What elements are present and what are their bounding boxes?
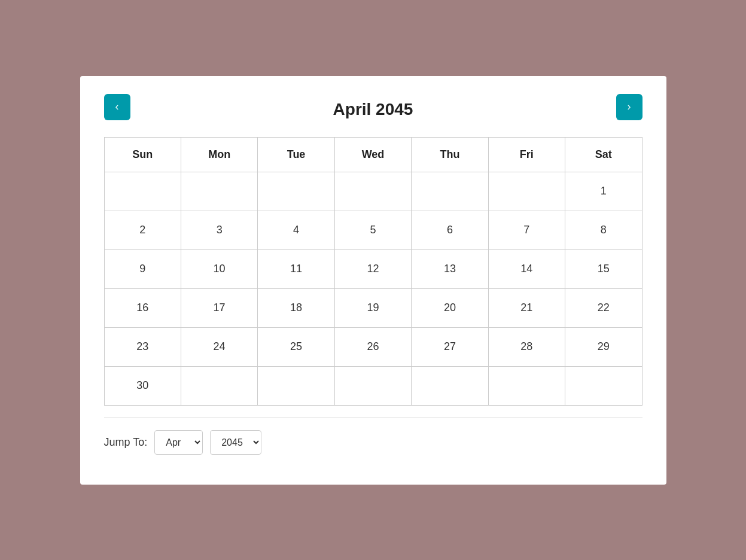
calendar-day-19[interactable]: 19 bbox=[334, 288, 411, 327]
calendar-day-17[interactable]: 17 bbox=[181, 288, 257, 327]
calendar-day-8[interactable]: 8 bbox=[565, 211, 642, 249]
calendar-header: April 2045 bbox=[104, 100, 643, 119]
calendar-week-row: 9101112131415 bbox=[104, 249, 642, 288]
calendar-day-26[interactable]: 26 bbox=[334, 327, 411, 366]
next-month-button[interactable]: › bbox=[616, 94, 643, 120]
calendar-week-row: 30 bbox=[104, 366, 642, 405]
month-select[interactable]: JanFebMarAprMayJunJulAugSepOctNovDec bbox=[154, 430, 203, 455]
calendar-day-2[interactable]: 2 bbox=[104, 211, 181, 249]
weekday-header-thu: Thu bbox=[412, 137, 488, 172]
calendar-day-24[interactable]: 24 bbox=[181, 327, 257, 366]
calendar-day-empty bbox=[488, 172, 565, 211]
calendar-day-11[interactable]: 11 bbox=[258, 249, 334, 288]
calendar-day-empty bbox=[181, 366, 257, 405]
calendar-title: April 2045 bbox=[333, 100, 413, 118]
weekday-header-mon: Mon bbox=[181, 137, 257, 172]
calendar-day-15[interactable]: 15 bbox=[565, 249, 642, 288]
calendar-day-18[interactable]: 18 bbox=[258, 288, 334, 327]
calendar-day-empty bbox=[334, 172, 411, 211]
calendar-container: ‹ › April 2045 SunMonTueWedThuFriSat 123… bbox=[80, 76, 666, 485]
calendar-day-5[interactable]: 5 bbox=[334, 211, 411, 249]
calendar-day-9[interactable]: 9 bbox=[104, 249, 181, 288]
calendar-day-1[interactable]: 1 bbox=[565, 172, 642, 211]
calendar-day-empty bbox=[412, 172, 488, 211]
weekday-header-sun: Sun bbox=[104, 137, 181, 172]
calendar-day-23[interactable]: 23 bbox=[104, 327, 181, 366]
calendar-week-row: 1 bbox=[104, 172, 642, 211]
calendar-day-10[interactable]: 10 bbox=[181, 249, 257, 288]
calendar-day-25[interactable]: 25 bbox=[258, 327, 334, 366]
calendar-table: SunMonTueWedThuFriSat 123456789101112131… bbox=[104, 137, 643, 406]
calendar-day-22[interactable]: 22 bbox=[565, 288, 642, 327]
jump-to-section: Jump To: JanFebMarAprMayJunJulAugSepOctN… bbox=[104, 430, 643, 455]
calendar-day-empty bbox=[412, 366, 488, 405]
calendar-day-empty bbox=[104, 172, 181, 211]
weekday-header-tue: Tue bbox=[258, 137, 334, 172]
jump-to-label: Jump To: bbox=[104, 436, 148, 449]
calendar-week-row: 23242526272829 bbox=[104, 327, 642, 366]
calendar-day-21[interactable]: 21 bbox=[488, 288, 565, 327]
calendar-day-4[interactable]: 4 bbox=[258, 211, 334, 249]
calendar-day-6[interactable]: 6 bbox=[412, 211, 488, 249]
calendar-day-empty bbox=[334, 366, 411, 405]
calendar-day-12[interactable]: 12 bbox=[334, 249, 411, 288]
divider bbox=[104, 418, 643, 418]
prev-month-button[interactable]: ‹ bbox=[104, 94, 130, 120]
calendar-day-14[interactable]: 14 bbox=[488, 249, 565, 288]
calendar-day-empty bbox=[258, 366, 334, 405]
calendar-day-16[interactable]: 16 bbox=[104, 288, 181, 327]
calendar-day-7[interactable]: 7 bbox=[488, 211, 565, 249]
calendar-day-3[interactable]: 3 bbox=[181, 211, 257, 249]
calendar-day-empty bbox=[488, 366, 565, 405]
calendar-day-13[interactable]: 13 bbox=[412, 249, 488, 288]
weekday-header-row: SunMonTueWedThuFriSat bbox=[104, 137, 642, 172]
calendar-day-empty bbox=[258, 172, 334, 211]
calendar-day-30[interactable]: 30 bbox=[104, 366, 181, 405]
calendar-day-27[interactable]: 27 bbox=[412, 327, 488, 366]
calendar-day-empty bbox=[181, 172, 257, 211]
weekday-header-wed: Wed bbox=[334, 137, 411, 172]
calendar-week-row: 2345678 bbox=[104, 211, 642, 249]
calendar-day-empty bbox=[565, 366, 642, 405]
year-select[interactable]: 20432044204520462047 bbox=[210, 430, 261, 455]
calendar-day-29[interactable]: 29 bbox=[565, 327, 642, 366]
weekday-header-fri: Fri bbox=[488, 137, 565, 172]
weekday-header-sat: Sat bbox=[565, 137, 642, 172]
calendar-day-20[interactable]: 20 bbox=[412, 288, 488, 327]
calendar-week-row: 16171819202122 bbox=[104, 288, 642, 327]
calendar-day-28[interactable]: 28 bbox=[488, 327, 565, 366]
